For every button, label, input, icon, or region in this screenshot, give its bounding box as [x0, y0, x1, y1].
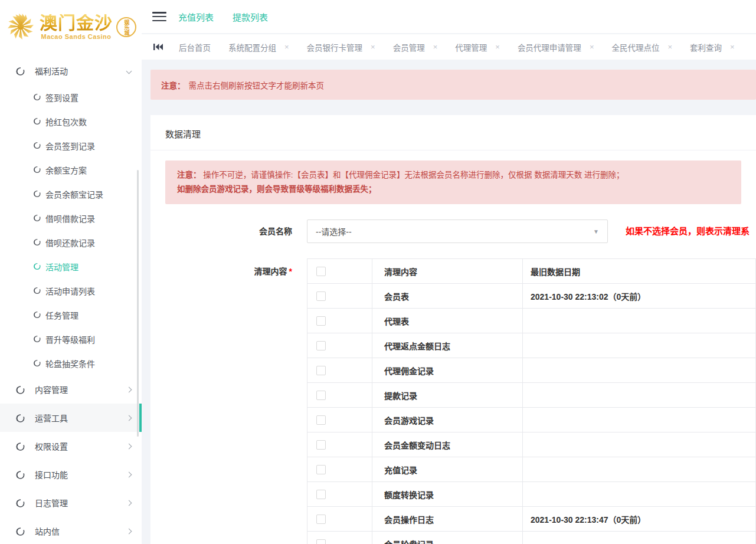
clean-content-label: 清理内容*: [150, 258, 307, 277]
topbar-link-1[interactable]: 提款列表: [233, 11, 268, 23]
tab-label: 会员管理: [393, 41, 425, 53]
warning-line1: 注意： 操作不可逆，请谨慎操作:【会员表】和【代理佣金记录】无法根据会员名称进行…: [177, 168, 729, 182]
member-name-row: 会员名称 --请选择-- ▼ 如果不选择会员，则表示清理系: [150, 219, 756, 243]
tab-close-icon[interactable]: ×: [433, 42, 438, 51]
row-date: [523, 333, 756, 358]
sidebar-item-0-5[interactable]: 借呗借款记录: [0, 206, 142, 230]
table-row: 额度转换记录: [307, 482, 756, 507]
clean-content-row: 清理内容* 清理内容 最旧数据日期 会员表2021-10-30 22:13:02…: [150, 258, 756, 544]
row-name: 会员游戏记录: [372, 408, 523, 432]
row-date: [523, 482, 756, 507]
sidebar-item-0-6[interactable]: 借呗还款记录: [0, 230, 142, 254]
sidebar-item-label: 签到设置: [45, 91, 78, 103]
sidebar-group-label: 内容管理: [35, 384, 127, 395]
sidebar-item-0-9[interactable]: 任务管理: [0, 303, 142, 327]
brand-logo[interactable]: 澳门金沙 Macao Sands Casino 娱乐城: [0, 0, 142, 54]
row-checkbox-cell: [307, 507, 372, 532]
row-date: [523, 408, 756, 432]
tab-label: 套利查询: [690, 41, 722, 53]
sidebar-group-0[interactable]: 福利活动: [0, 57, 142, 85]
menu-toggle-icon[interactable]: [152, 12, 166, 21]
table-row: 会员金额变动日志: [307, 432, 756, 457]
tab-4[interactable]: 代理管理×: [446, 41, 509, 53]
sidebar-item-0-4[interactable]: 会员余额宝记录: [0, 182, 142, 206]
sidebar-item-label: 抢红包次数: [45, 116, 87, 127]
tab-close-icon[interactable]: ×: [590, 42, 594, 51]
tab-6[interactable]: 全民代理点位×: [603, 41, 681, 53]
row-checkbox[interactable]: [316, 514, 326, 524]
sidebar-item-0-1[interactable]: 抢红包次数: [0, 109, 142, 133]
menu-ring-icon: [33, 166, 41, 173]
tab-5[interactable]: 会员代理申请管理×: [509, 41, 603, 53]
tab-1[interactable]: 系统配置分组×: [220, 41, 298, 53]
row-checkbox[interactable]: [316, 366, 326, 375]
refresh-notice: 注意： 需点击右侧刷新按钮文字才能刷新本页: [150, 70, 756, 100]
table-row: 会员轮盘记录: [307, 532, 756, 544]
row-checkbox[interactable]: [316, 415, 326, 425]
tab-0[interactable]: 后台首页: [170, 41, 220, 53]
row-checkbox[interactable]: [316, 440, 326, 450]
row-checkbox[interactable]: [316, 341, 326, 350]
tab-2[interactable]: 会员银行卡管理×: [298, 41, 384, 53]
sidebar-item-0-2[interactable]: 会员签到记录: [0, 133, 142, 158]
row-name: 充值记录: [372, 457, 523, 482]
tab-close-icon[interactable]: ×: [495, 42, 500, 51]
sidebar-scrollbar[interactable]: [137, 170, 139, 437]
menu-ring-icon: [15, 385, 24, 394]
table-row: 会员游戏记录: [307, 408, 756, 432]
row-name: 代理返点金额日志: [372, 333, 523, 358]
menu-ring-icon: [33, 335, 41, 343]
row-name: 会员表: [372, 284, 523, 309]
sidebar-item-0-8[interactable]: 活动申请列表: [0, 278, 142, 303]
tab-label: 系统配置分组: [228, 41, 276, 53]
row-checkbox[interactable]: [316, 391, 326, 400]
tab-close-icon[interactable]: ×: [730, 42, 735, 51]
sidebar-group-5[interactable]: 日志管理: [0, 489, 142, 517]
row-name: 会员金额变动日志: [372, 432, 523, 457]
sidebar-item-0-0[interactable]: 签到设置: [0, 85, 142, 109]
clean-content-table: 清理内容 最旧数据日期 会员表2021-10-30 22:13:02（0天前）代…: [307, 258, 756, 544]
row-checkbox[interactable]: [316, 291, 326, 301]
sidebar-group-2[interactable]: 运营工具: [0, 404, 142, 432]
sidebar-item-0-10[interactable]: 晋升等级福利: [0, 327, 142, 351]
sidebar-item-0-7[interactable]: 活动管理: [0, 254, 142, 278]
chevron-right-icon: [126, 471, 132, 477]
row-date: [523, 309, 756, 333]
menu-ring-icon: [33, 311, 41, 319]
notice-text: 需点击右侧刷新按钮文字才能刷新本页: [189, 79, 325, 91]
warning-line2: 如删除会员游戏记录，则会导致晋级等级福利数据丢失；: [177, 182, 729, 196]
table-header-row: 清理内容 最旧数据日期: [307, 259, 756, 284]
sidebar-group-1[interactable]: 内容管理: [0, 375, 142, 404]
tab-7[interactable]: 套利查询×: [681, 41, 744, 53]
topbar-link-0[interactable]: 充值列表: [178, 11, 214, 23]
chevron-right-icon: [126, 386, 132, 392]
page-title: 数据清理: [150, 115, 756, 150]
tab-close-icon[interactable]: ×: [284, 42, 289, 51]
sidebar-item-label: 余额宝方案: [45, 164, 87, 176]
sidebar-item-0-3[interactable]: 余额宝方案: [0, 158, 142, 182]
tab-3[interactable]: 会员管理×: [384, 41, 447, 53]
menu-ring-icon: [33, 263, 41, 270]
sidebar-item-label: 会员签到记录: [45, 140, 95, 152]
tab-close-icon[interactable]: ×: [371, 42, 375, 51]
menu-ring-icon: [33, 93, 41, 101]
sidebar-group-6[interactable]: 站内信: [0, 517, 142, 544]
row-checkbox[interactable]: [316, 465, 326, 474]
sidebar-group-3[interactable]: 权限设置: [0, 432, 142, 460]
table-row: 代理佣金记录: [307, 358, 756, 383]
row-checkbox[interactable]: [316, 539, 326, 544]
row-checkbox[interactable]: [316, 316, 326, 326]
row-checkbox[interactable]: [316, 490, 326, 499]
sidebar-group-4[interactable]: 接口功能: [0, 460, 142, 489]
column-header-content: 清理内容: [372, 259, 523, 284]
table-row: 代理返点金额日志: [307, 333, 756, 358]
sidebar-item-0-11[interactable]: 轮盘抽奖条件: [0, 351, 142, 375]
rewind-icon[interactable]: [153, 43, 163, 51]
select-all-checkbox[interactable]: [316, 267, 326, 276]
menu-ring-icon: [33, 238, 41, 246]
sidebar-item-label: 轮盘抽奖条件: [45, 358, 95, 369]
tab-close-icon[interactable]: ×: [667, 42, 672, 51]
sidebar-item-label: 借呗借款记录: [45, 212, 95, 224]
member-select[interactable]: --请选择-- ▼: [307, 219, 608, 243]
brand-name-en: Macao Sands Casino: [40, 34, 113, 40]
